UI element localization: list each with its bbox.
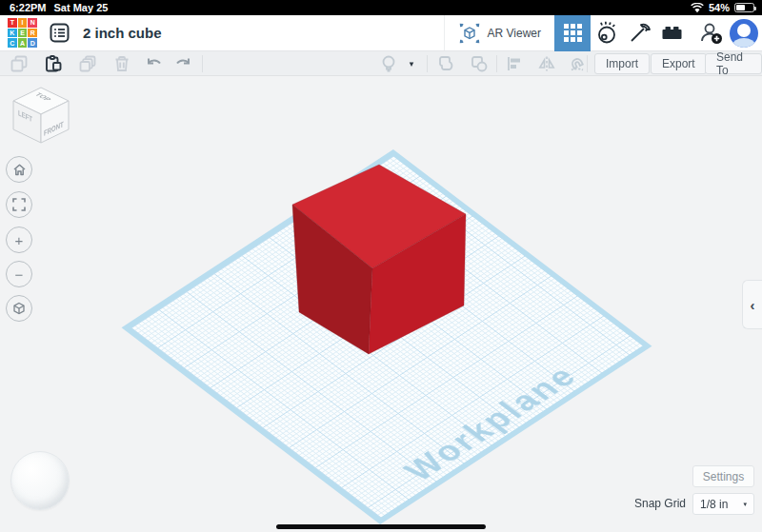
scene: Workplane TOP LEFT FRONT xyxy=(0,76,762,532)
copy-button[interactable] xyxy=(8,52,30,75)
profile-avatar[interactable] xyxy=(730,19,758,48)
logo-tile: K xyxy=(8,29,17,38)
undo-button[interactable] xyxy=(143,52,166,75)
status-date: Sat May 25 xyxy=(54,2,109,13)
view-cube[interactable]: TOP LEFT FRONT xyxy=(8,84,74,150)
align-button[interactable] xyxy=(503,52,526,75)
zoom-in-button[interactable]: + xyxy=(6,227,32,253)
paste-button[interactable] xyxy=(42,52,65,75)
logo-tile: C xyxy=(8,38,17,48)
design-properties-button[interactable] xyxy=(47,21,71,46)
export-label: Export xyxy=(662,57,695,70)
group-button[interactable] xyxy=(434,52,457,75)
app-header: T I N K E R C A D 2 inch cube xyxy=(0,15,762,51)
settings-label: Settings xyxy=(703,470,744,483)
show-hide-dropdown[interactable]: ▾ xyxy=(404,52,419,75)
shapes-panel-tab[interactable]: ‹ xyxy=(742,280,762,329)
ar-cube-icon xyxy=(458,22,481,45)
import-label: Import xyxy=(606,57,638,70)
ios-status-bar: 6:22PM Sat May 25 54% xyxy=(0,0,762,15)
lego-brick-icon xyxy=(660,21,684,45)
snap-grid-label: Snap Grid xyxy=(610,497,686,510)
plus-icon: + xyxy=(15,232,24,248)
logo-tile: N xyxy=(28,18,37,28)
wifi-icon xyxy=(691,3,704,13)
minus-icon: − xyxy=(15,266,24,283)
grid-icon xyxy=(564,24,582,42)
design-title[interactable]: 2 inch cube xyxy=(83,25,162,41)
import-button[interactable]: Import xyxy=(594,53,650,74)
duplicate-button[interactable] xyxy=(76,52,99,75)
viewport-3d[interactable]: Workplane TOP LEFT FRONT xyxy=(0,76,762,532)
logo-tile: A xyxy=(18,38,28,48)
logo-tile: T xyxy=(8,18,17,28)
edit-toolbar: ▾ Import Ex xyxy=(0,51,762,76)
logo-tile: R xyxy=(28,29,37,38)
perspective-toggle-button[interactable] xyxy=(6,295,32,322)
zoom-out-button[interactable]: − xyxy=(6,261,32,287)
ungroup-button[interactable] xyxy=(468,52,491,75)
red-cube-shape[interactable] xyxy=(0,76,762,532)
export-button[interactable]: Export xyxy=(651,53,707,74)
select-caret-icon: ▾ xyxy=(743,501,747,508)
avatar-head xyxy=(737,24,751,37)
redo-button[interactable] xyxy=(171,52,194,75)
sim-lab-button[interactable] xyxy=(591,15,623,51)
tinker-3d-mode-button[interactable] xyxy=(554,15,591,51)
ar-viewer-label: AR Viewer xyxy=(488,27,541,40)
status-time: 6:22PM xyxy=(10,2,47,13)
brick-mode-button[interactable] xyxy=(655,15,688,51)
battery-percent: 54% xyxy=(709,2,730,13)
add-person-icon xyxy=(698,20,725,47)
snap-grid-select[interactable]: 1/8 in ▾ xyxy=(692,493,754,515)
orbit-control-sphere[interactable] xyxy=(10,451,70,510)
home-view-button[interactable] xyxy=(6,156,32,183)
send-to-button[interactable]: Send To xyxy=(705,53,762,74)
battery-icon xyxy=(734,3,754,12)
snap-magnet-button[interactable] xyxy=(566,52,589,75)
send-to-label: Send To xyxy=(716,50,751,77)
bouncing-ball-icon xyxy=(595,21,619,45)
ios-home-indicator[interactable] xyxy=(276,524,486,529)
delete-button[interactable] xyxy=(110,52,133,75)
logo-tile: E xyxy=(18,29,28,38)
fit-view-button[interactable] xyxy=(6,191,32,218)
snap-grid-value: 1/8 in xyxy=(700,498,728,511)
mirror-button[interactable] xyxy=(535,52,558,75)
design-menu-icon xyxy=(50,23,70,43)
settings-button[interactable]: Settings xyxy=(692,465,754,487)
tinkercad-logo[interactable]: T I N K E R C A D xyxy=(8,18,37,48)
avatar-body xyxy=(732,38,755,48)
share-collaborate-button[interactable] xyxy=(695,15,728,51)
minecraft-blocks-button[interactable] xyxy=(623,15,655,51)
ar-viewer-button[interactable]: AR Viewer xyxy=(444,15,554,50)
logo-tile: I xyxy=(18,18,28,28)
pickaxe-icon xyxy=(628,21,652,45)
logo-tile: D xyxy=(28,38,37,48)
show-hide-button[interactable] xyxy=(377,52,400,75)
dropdown-caret-icon: ▾ xyxy=(410,59,414,69)
chevron-left-icon: ‹ xyxy=(751,297,755,313)
